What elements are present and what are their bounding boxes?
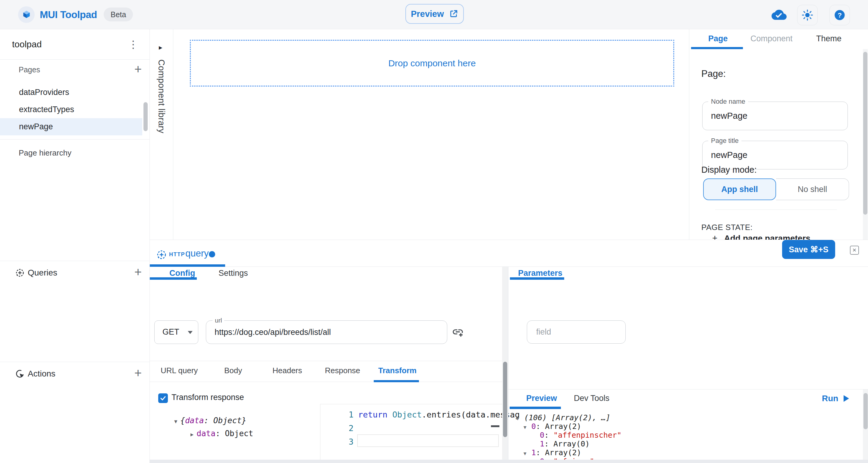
node-name-input[interactable]	[702, 101, 848, 130]
horizontal-scroll-strip[interactable]	[150, 460, 868, 463]
overview-ruler-mark	[491, 425, 499, 427]
node-name-field-wrap: Node name	[702, 101, 848, 130]
code-line: 2	[320, 422, 502, 435]
page-state-label: PAGE STATE:	[701, 223, 752, 232]
active-preview-underline	[510, 407, 561, 409]
drop-zone-label: Drop component here	[388, 58, 475, 68]
sidebar-item-extractedtypes[interactable]: extractedTypes	[0, 101, 142, 118]
tab-page[interactable]: Page	[708, 34, 728, 43]
play-icon	[844, 395, 849, 402]
app-logo[interactable]	[18, 6, 35, 23]
beta-badge: Beta	[104, 7, 133, 22]
caret-down-icon	[188, 331, 193, 334]
method-select[interactable]: GET	[154, 320, 198, 344]
query-results-pane: Parameters Preview Dev Tools Run ▼(106) …	[508, 267, 868, 463]
json-row[interactable]: ▼(106) [Array(2), …]	[508, 413, 855, 422]
request-subtabs: URL query Body Headers Response Transfor…	[150, 361, 502, 382]
pages-scrollbar[interactable]	[144, 102, 148, 131]
page-hierarchy-link[interactable]: Page hierarchy	[19, 146, 71, 159]
component-library-label: Component library	[156, 59, 166, 133]
response-tree-root[interactable]: ▼{data: Object}	[174, 416, 246, 425]
tab-transform[interactable]: Transform	[378, 366, 416, 375]
tab-url-query[interactable]: URL query	[161, 366, 198, 375]
query-refresh-icon	[15, 268, 25, 278]
divider	[0, 59, 150, 60]
tab-config[interactable]: Config	[169, 269, 195, 278]
pane-scrollbar[interactable]	[503, 362, 507, 437]
active-query-tab-underline	[150, 265, 225, 267]
http-query-icon	[156, 249, 167, 260]
svg-text:?: ?	[838, 11, 842, 19]
transform-response-checkbox[interactable]	[158, 393, 168, 403]
tab-parameters[interactable]: Parameters	[518, 269, 562, 278]
save-button[interactable]: Save ⌘+S	[782, 240, 835, 259]
inspector-scrollbar[interactable]	[863, 52, 867, 215]
no-shell-toggle[interactable]: No shell	[776, 179, 849, 200]
url-input[interactable]	[206, 320, 447, 344]
tab-dev-tools[interactable]: Dev Tools	[574, 394, 610, 403]
add-page-parameters-button[interactable]: +Add page parameters	[712, 233, 810, 240]
add-link-icon[interactable]	[452, 326, 464, 338]
parameter-field-input[interactable]	[527, 320, 626, 344]
chevron-right-icon: ▶	[159, 45, 162, 50]
json-row[interactable]: ▼0: Array(2)	[508, 422, 855, 431]
top-bar: MUI Toolpad Beta Preview	[0, 0, 868, 29]
display-mode-label: Display mode:	[701, 165, 757, 175]
json-row[interactable]: ▼1: Array(2)	[508, 448, 855, 457]
kebab-menu-icon[interactable]: ⋮	[127, 36, 140, 53]
app-title: MUI Toolpad	[40, 0, 97, 29]
tab-preview[interactable]: Preview	[526, 394, 557, 403]
tab-theme[interactable]: Theme	[816, 34, 841, 43]
actions-section: Actions +	[0, 365, 150, 382]
response-tree-child[interactable]: ▶data: Object	[190, 429, 253, 438]
caret-right-icon[interactable]: ▶	[190, 431, 193, 437]
theme-toggle-button[interactable]	[797, 5, 818, 25]
divider	[715, 210, 837, 210]
active-tab-underline	[691, 47, 743, 49]
drop-zone[interactable]: Drop component here	[190, 40, 674, 87]
sidebar-item-dataproviders[interactable]: dataProviders	[0, 84, 142, 101]
result-scrollbar[interactable]	[864, 393, 868, 429]
tab-body[interactable]: Body	[224, 366, 242, 375]
preview-tabs: Preview Dev Tools Run	[508, 389, 868, 409]
code-line: 1 return Object.entries(data.messag	[320, 408, 502, 422]
queries-section-label: Queries	[28, 264, 57, 281]
sidebar-item-newpage[interactable]: newPage	[0, 118, 142, 135]
help-button[interactable]: ?	[830, 5, 850, 25]
add-page-button[interactable]: +	[131, 63, 145, 76]
display-mode-toggle: App shell No shell	[703, 179, 849, 200]
divider	[0, 261, 150, 261]
component-library-panel[interactable]: ▶ Component library	[150, 29, 173, 240]
json-row[interactable]: 1: Array(0)	[508, 439, 855, 448]
run-button[interactable]: Run	[822, 394, 849, 403]
check-icon	[159, 395, 167, 402]
add-action-button[interactable]: +	[131, 367, 145, 380]
tab-response[interactable]: Response	[325, 366, 360, 375]
tab-settings[interactable]: Settings	[218, 269, 248, 278]
parameter-field-wrap	[527, 320, 626, 344]
current-line-highlight	[357, 434, 499, 447]
app-shell-toggle[interactable]: App shell	[703, 179, 776, 200]
transform-code-editor[interactable]: 1 return Object.entries(data.messag 2 3	[320, 404, 502, 463]
query-panel-header: HTTP query Save ⌘+S ×	[150, 240, 868, 267]
json-row[interactable]: 0: "affenpinscher"	[508, 431, 855, 439]
divider	[0, 139, 150, 140]
query-protocol-label: HTTP	[169, 251, 185, 258]
caret-down-icon: ▼	[524, 449, 531, 458]
preview-button[interactable]: Preview	[405, 4, 464, 24]
close-icon[interactable]: ×	[850, 246, 859, 255]
query-tab[interactable]: HTTP query	[150, 240, 234, 267]
plus-icon: +	[712, 233, 718, 240]
app-root: MUI Toolpad Beta Preview	[0, 0, 868, 463]
inspector-panel: Page Component Theme Page: Node name Pag…	[689, 29, 868, 240]
project-title: toolpad	[12, 36, 41, 53]
add-query-button[interactable]: +	[131, 266, 145, 279]
help-icon: ?	[834, 9, 846, 21]
json-result-tree: ▼(106) [Array(2), …] ▼0: Array(2) 0: "af…	[508, 413, 855, 463]
url-label: url	[213, 317, 224, 324]
caret-down-icon[interactable]: ▼	[174, 419, 177, 425]
tab-headers[interactable]: Headers	[273, 366, 302, 375]
node-name-label: Node name	[708, 98, 748, 105]
tab-component[interactable]: Component	[750, 34, 793, 43]
url-field-wrap: url	[206, 320, 447, 344]
